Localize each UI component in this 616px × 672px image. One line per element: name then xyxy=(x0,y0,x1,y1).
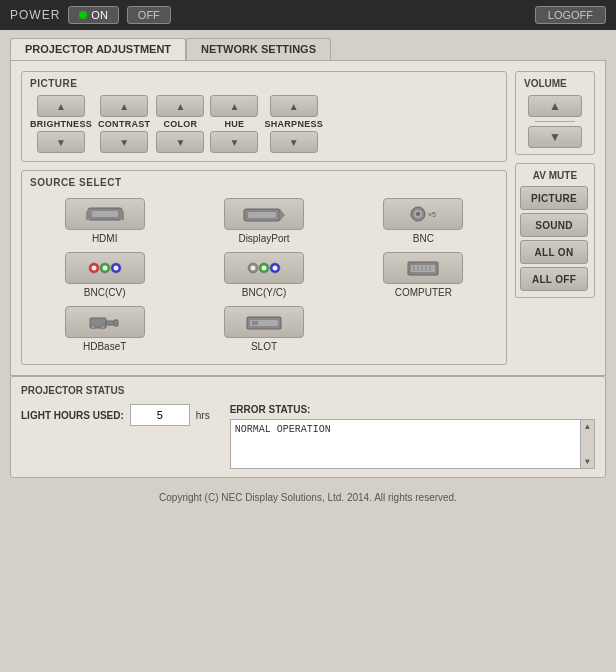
hue-label: HUE xyxy=(224,119,244,129)
scroll-down-arrow-icon[interactable]: ▼ xyxy=(585,457,590,466)
bnccv-icon xyxy=(80,258,130,278)
source-bnc-item: ×5 BNC xyxy=(349,198,498,244)
source-slot-button[interactable] xyxy=(224,306,304,338)
svg-point-20 xyxy=(261,266,266,271)
brightness-up-button[interactable]: ▲ xyxy=(37,95,85,117)
av-mute-sound-button[interactable]: SOUND xyxy=(520,213,588,237)
svg-point-9 xyxy=(416,212,420,216)
hue-up-button[interactable]: ▲ xyxy=(210,95,258,117)
svg-rect-6 xyxy=(248,212,276,218)
source-slot-label: SLOT xyxy=(251,341,277,352)
footer-text: Copyright (C) NEC Display Solutions, Ltd… xyxy=(159,492,457,503)
hue-control: ▲ HUE ▼ xyxy=(210,95,258,153)
source-select-section: SOURCE SELECT HDMI xyxy=(21,170,507,365)
scroll-up-arrow-icon[interactable]: ▲ xyxy=(585,422,590,431)
source-slot-item: SLOT xyxy=(189,306,338,352)
av-mute-all-on-button[interactable]: ALL ON xyxy=(520,240,588,264)
svg-point-34 xyxy=(101,325,105,329)
hdmi-icon xyxy=(80,204,130,224)
error-status-value: NORMAL OPERATION xyxy=(235,424,331,435)
svg-point-14 xyxy=(102,266,107,271)
source-hdbaset-label: HDBaseT xyxy=(83,341,126,352)
power-label: POWER xyxy=(10,8,60,22)
svg-rect-24 xyxy=(411,265,435,272)
source-dp-label: DisplayPort xyxy=(238,233,289,244)
source-bnc-button[interactable]: ×5 xyxy=(383,198,463,230)
volume-down-button[interactable]: ▼ xyxy=(528,126,582,148)
slot-icon xyxy=(239,312,289,332)
source-dp-button[interactable] xyxy=(224,198,304,230)
picture-controls: ▲ BRIGHTNESS ▼ ▲ CONTRAST ▼ ▲ COLOR ▼ xyxy=(30,95,498,153)
volume-up-button[interactable]: ▲ xyxy=(528,95,582,117)
status-row: LIGHT HOURS USED: hrs ERROR STATUS: NORM… xyxy=(21,404,595,469)
error-scrollbar[interactable]: ▲ ▼ xyxy=(580,420,594,468)
source-bnc-label: BNC xyxy=(413,233,434,244)
right-column: VOLUME ▲ ▼ AV MUTE PICTURE SOUND ALL ON … xyxy=(515,71,595,365)
volume-section: VOLUME ▲ ▼ xyxy=(515,71,595,155)
source-select-title: SOURCE SELECT xyxy=(30,177,498,188)
error-status-label: ERROR STATUS: xyxy=(230,404,595,415)
source-hdbaset-item: HDBaseT xyxy=(30,306,179,352)
svg-rect-37 xyxy=(252,321,258,325)
svg-rect-32 xyxy=(114,320,118,326)
contrast-label: CONTRAST xyxy=(98,119,150,129)
hue-down-button[interactable]: ▼ xyxy=(210,131,258,153)
tabs-row: PROJECTOR ADJUSTMENT NETWORK SETTINGS xyxy=(0,30,616,60)
sharpness-down-button[interactable]: ▼ xyxy=(270,131,318,153)
source-computer-label: COMPUTER xyxy=(395,287,452,298)
projector-status-section: PROJECTOR STATUS LIGHT HOURS USED: hrs E… xyxy=(10,376,606,478)
svg-rect-31 xyxy=(106,321,114,325)
source-bncyc-button[interactable] xyxy=(224,252,304,284)
light-hours-input[interactable] xyxy=(130,404,190,426)
power-off-button[interactable]: OFF xyxy=(127,6,171,24)
brightness-label: BRIGHTNESS xyxy=(30,119,92,129)
source-hdmi-item: HDMI xyxy=(30,198,179,244)
contrast-control: ▲ CONTRAST ▼ xyxy=(98,95,150,153)
power-on-button[interactable]: ON xyxy=(68,6,119,24)
source-hdbaset-button[interactable] xyxy=(65,306,145,338)
av-mute-title: AV MUTE xyxy=(520,170,590,181)
tab-projector-adjustment[interactable]: PROJECTOR ADJUSTMENT xyxy=(10,38,186,60)
source-grid: HDMI DisplayPort xyxy=(30,194,498,356)
sharpness-control: ▲ SHARPNESS ▼ xyxy=(264,95,323,153)
color-up-button[interactable]: ▲ xyxy=(156,95,204,117)
picture-section: PICTURE ▲ BRIGHTNESS ▼ ▲ CONTRAST ▼ ▲ xyxy=(21,71,507,162)
contrast-down-button[interactable]: ▼ xyxy=(100,131,148,153)
brightness-control: ▲ BRIGHTNESS ▼ xyxy=(30,95,92,153)
svg-point-12 xyxy=(91,266,96,271)
logoff-button[interactable]: LOGOFF xyxy=(535,6,606,24)
top-bar: POWER ON OFF LOGOFF xyxy=(0,0,616,30)
tab-network-settings[interactable]: NETWORK SETTINGS xyxy=(186,38,331,60)
svg-point-33 xyxy=(91,325,95,329)
contrast-up-button[interactable]: ▲ xyxy=(100,95,148,117)
sharpness-up-button[interactable]: ▲ xyxy=(270,95,318,117)
displayport-icon xyxy=(239,204,289,224)
source-bncyc-label: BNC(Y/C) xyxy=(242,287,286,298)
av-mute-picture-button[interactable]: PICTURE xyxy=(520,186,588,210)
color-label: COLOR xyxy=(163,119,197,129)
source-bncyc-item: BNC(Y/C) xyxy=(189,252,338,298)
picture-title: PICTURE xyxy=(30,78,498,89)
svg-point-22 xyxy=(272,266,277,271)
svg-text:×5: ×5 xyxy=(428,211,436,218)
source-hdmi-button[interactable] xyxy=(65,198,145,230)
volume-title: VOLUME xyxy=(524,78,567,89)
svg-marker-5 xyxy=(280,209,285,221)
svg-rect-1 xyxy=(92,211,118,217)
source-computer-button[interactable] xyxy=(383,252,463,284)
source-hdmi-label: HDMI xyxy=(92,233,118,244)
volume-divider xyxy=(535,121,575,122)
color-control: ▲ COLOR ▼ xyxy=(156,95,204,153)
source-bnccv-item: BNC(CV) xyxy=(30,252,179,298)
light-hours-area: LIGHT HOURS USED: hrs xyxy=(21,404,210,426)
computer-icon xyxy=(398,258,448,278)
footer: Copyright (C) NEC Display Solutions, Ltd… xyxy=(0,486,616,509)
color-down-button[interactable]: ▼ xyxy=(156,131,204,153)
sharpness-label: SHARPNESS xyxy=(264,119,323,129)
source-bnccv-button[interactable] xyxy=(65,252,145,284)
hdbaset-icon xyxy=(80,312,130,332)
av-mute-all-off-button[interactable]: ALL OFF xyxy=(520,267,588,291)
brightness-down-button[interactable]: ▼ xyxy=(37,131,85,153)
projector-status-title: PROJECTOR STATUS xyxy=(21,385,595,396)
bnc-icon: ×5 xyxy=(398,204,448,224)
